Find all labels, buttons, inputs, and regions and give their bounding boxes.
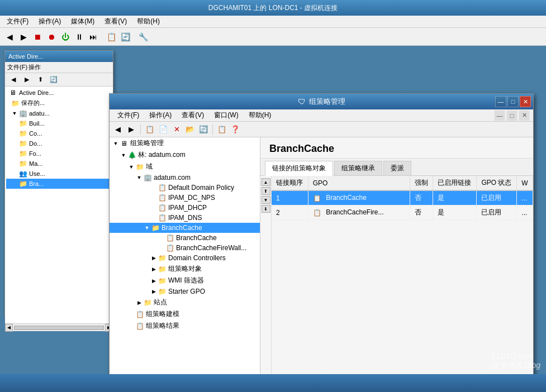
toolbar-record[interactable]: ⏺ [45,31,58,43]
gp-tb-action2[interactable]: 📄 [157,123,169,136]
bc-folder-expand[interactable]: ▼ [143,224,151,232]
gp-tree-scroll[interactable]: ▼ 🖥 组策略管理 ▼ 🌲 林: adatum.com [110,137,260,392]
tree-default-domain-policy[interactable]: 📋 Default Domain Policy [110,183,260,193]
tree-branchcache-folder[interactable]: ▼ 📁 BranchCache [110,223,260,233]
gp-menu-file[interactable]: 文件(F) [113,109,144,121]
gp-inner-max[interactable]: □ [506,110,517,121]
ad-expand-adatum[interactable]: ▼ [11,109,18,117]
toolbar-stop[interactable]: ⏹ [31,31,44,43]
tree-sites[interactable]: ▶ 📁 站点 [110,297,260,308]
gp-menu-window[interactable]: 窗口(W) [210,109,243,121]
toolbar-action3[interactable]: 🔧 [137,31,149,43]
ad-node-builtin[interactable]: 📁 Buil... [6,118,112,128]
tree-gp-modeling[interactable]: 📋 组策略建模 [110,308,260,320]
ad-up[interactable]: ⬆ [34,74,46,86]
gp-tb-action1[interactable]: 📋 [144,123,156,136]
gp-menu-help[interactable]: 帮助(H) [244,109,276,121]
outer-menu-media[interactable]: 媒体(M) [67,16,99,27]
scroll-thumb-h[interactable] [14,326,104,330]
scroll-top-arrow[interactable]: ⬆ [262,187,270,195]
wmi-expand[interactable]: ▶ [150,277,158,285]
tree-ipam-dc-nps[interactable]: 📋 IPAM_DC_NPS [110,193,260,203]
adatum-expand[interactable]: ▼ [135,174,143,181]
tree-ipam-dns[interactable]: 📋 IPAM_DNS [110,213,260,223]
toolbar-pause[interactable]: ⏸ [73,31,86,43]
ad-forward[interactable]: ▶ [21,74,33,86]
tree-gp-results[interactable]: 📋 组策略结果 [110,320,260,332]
tree-branchcache-firewall[interactable]: 📋 BranchCacheFireWall... [110,243,260,253]
gp-tb-forward[interactable]: ▶ [125,123,137,136]
toolbar-step[interactable]: ⏭ [87,31,99,43]
sites-expand[interactable]: ▶ [135,299,143,307]
tab-linked-gpo[interactable]: 链接的组策略对象 [265,161,333,176]
gp-minimize-button[interactable]: — [495,96,506,107]
ad-refresh[interactable]: 🔄 [48,74,60,86]
table-row[interactable]: 1 📋 BranchCache 否 是 已启用 ... [272,190,533,205]
ad-hscroll[interactable]: ◀ ▶ [5,323,113,331]
dc-expand[interactable]: ▶ [150,254,158,262]
ad-node-users[interactable]: 👥 Use... [6,169,112,179]
tree-adatum[interactable]: ▼ 🏢 adatum.com [110,173,260,183]
tree-domain-controllers[interactable]: ▶ 📁 Domain Controllers [110,253,260,263]
col-w[interactable]: W [517,176,533,190]
tree-starter-gpo[interactable]: ▶ 📁 Starter GPO [110,286,260,297]
ad-node-domain[interactable]: 📁 Do... [6,138,112,149]
tree-domains[interactable]: ▼ 📁 域 [110,161,260,173]
table-row[interactable]: 2 📋 BranchCacheFire... 否 是 已启用 .. [272,205,533,220]
tree-gpo-objects[interactable]: ▶ 📁 组策略对象 [110,263,260,275]
toolbar-power[interactable]: ⏻ [59,31,72,43]
col-gpo[interactable]: GPO [308,176,410,190]
starter-expand[interactable]: ▶ [150,288,158,295]
tree-root[interactable]: ▼ 🖥 组策略管理 [110,137,260,149]
tree-branchcache-gpo[interactable]: 📋 BranchCache [110,233,260,243]
gp-menu-action[interactable]: 操作(A) [145,109,176,121]
ad-node-active-directory[interactable]: 🖥 Active Dire... [6,88,112,98]
ad-menu-file[interactable]: 文件(F) [7,63,27,71]
gp-inner-min[interactable]: — [494,110,505,121]
col-status[interactable]: GPO 状态 [477,176,517,190]
ad-node-foreign[interactable]: 📁 Fo... [6,149,112,159]
ad-node-branch[interactable]: 📁 Bra... [6,179,112,189]
tab-delegation[interactable]: 委派 [383,161,411,175]
forest-expand[interactable]: ▼ [120,151,127,159]
col-forced[interactable]: 强制 [410,176,433,190]
outer-menu-view[interactable]: 查看(V) [100,16,131,27]
gp-inner-close[interactable]: ✕ [519,110,530,121]
bc-fw-label: BranchCacheFireWall... [176,244,258,252]
tree-forest[interactable]: ▼ 🌲 林: adatum.com [110,149,260,161]
tree-wmi-filter[interactable]: ▶ 📁 WMI 筛选器 [110,275,260,286]
scroll-bottom-arrow[interactable]: ⬇ [262,205,270,213]
ad-menu-action[interactable]: 操作 [29,63,41,71]
scroll-down-arrow2[interactable]: ▼ [262,196,270,204]
gpo-expand[interactable]: ▶ [150,265,158,273]
scroll-left[interactable]: ◀ [5,324,13,332]
domains-expand[interactable]: ▼ [127,163,135,171]
outer-menu-action[interactable]: 操作(A) [34,16,65,27]
gp-menu-view[interactable]: 查看(V) [177,109,208,121]
toolbar-back[interactable]: ◀ [3,31,16,43]
gp-maximize-button[interactable]: □ [507,96,519,107]
ad-node-saved[interactable]: 📁 保存的... [6,98,112,108]
gp-tb-gpo-action[interactable]: 📋 [216,123,228,136]
ad-node-adatum[interactable]: ▼ 🏢 adatu... [6,108,112,118]
col-order[interactable]: 链接顺序 [272,176,308,190]
root-expand[interactable]: ▼ [112,140,120,147]
gp-tb-back[interactable]: ◀ [112,123,124,136]
outer-menu-help[interactable]: 帮助(H) [132,16,164,27]
tab-gpo-inheritance[interactable]: 组策略继承 [334,161,382,175]
toolbar-forward[interactable]: ▶ [17,31,30,43]
toolbar-action1[interactable]: 📋 [105,31,117,43]
gp-tb-help[interactable]: ❓ [229,123,241,136]
col-enabled[interactable]: 已启用链接 [433,176,477,190]
gp-tb-refresh[interactable]: 🔄 [197,123,210,136]
tree-ipam-dhcp[interactable]: 📋 IPAM_DHCP [110,203,260,213]
gp-close-button[interactable]: ✕ [520,96,531,107]
toolbar-refresh[interactable]: 🔄 [119,31,131,43]
ad-back[interactable]: ◀ [7,74,20,86]
gp-tb-delete[interactable]: ✕ [170,123,183,136]
gp-tb-action3[interactable]: 📂 [184,123,196,136]
scroll-up-arrow[interactable]: ▲ [262,178,270,186]
ad-node-computers[interactable]: 📁 Co... [6,128,112,138]
outer-menu-file[interactable]: 文件(F) [2,16,33,27]
ad-node-managed[interactable]: 📁 Ma... [6,159,112,169]
